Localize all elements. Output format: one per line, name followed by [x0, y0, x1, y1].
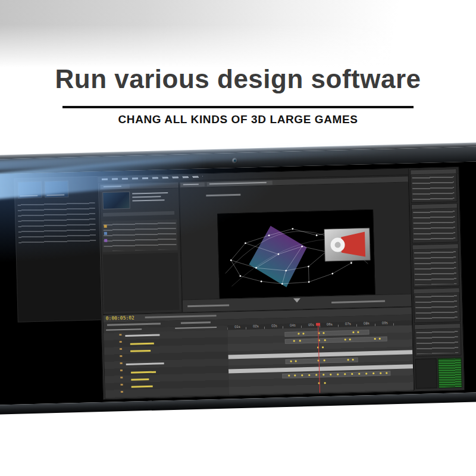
column-header-bar	[106, 328, 142, 331]
playhead[interactable]	[318, 322, 320, 393]
viewer-toolbar-icons-bar	[331, 300, 385, 303]
resolution-arrow-icon	[293, 298, 300, 302]
keyframe-dot	[337, 374, 339, 375]
timeline-layer-columns	[104, 325, 230, 398]
keyframe-dot	[344, 373, 346, 375]
constellation-point	[268, 234, 270, 236]
menu-items	[102, 176, 203, 180]
viewer-toolbar	[183, 293, 411, 312]
tracker-panel	[414, 323, 461, 356]
constellation-point	[245, 242, 246, 244]
keyframe-dot	[324, 359, 325, 361]
timeline-toolbar-icons-bar	[181, 321, 211, 324]
constellation-line	[240, 275, 261, 282]
timeline-tab-bar	[145, 315, 217, 318]
keyframe-dot	[374, 338, 376, 340]
composition-viewer	[179, 176, 412, 312]
project-panel-tabbar	[100, 183, 178, 190]
keyframe-dot	[322, 374, 324, 375]
constellation-line	[282, 282, 309, 284]
constellation-line	[231, 260, 240, 276]
constellation-point	[316, 234, 318, 236]
effects-panel	[411, 203, 459, 243]
layer-name-bar	[126, 362, 164, 365]
timeline-toolbar-icons-bar	[107, 322, 161, 325]
timecode-display: 0:00:05:02	[106, 316, 134, 321]
layer-value-bar	[130, 350, 151, 352]
info-panel	[410, 168, 457, 203]
keyframe-dot	[357, 331, 359, 333]
ruler-label: 03s	[271, 324, 277, 327]
window-thumbnail	[18, 181, 42, 199]
constellation-point	[261, 281, 262, 283]
constellation-point	[255, 267, 257, 269]
constellation-line	[261, 281, 282, 284]
preview-gradient-shape	[248, 225, 308, 289]
panel-header	[415, 324, 460, 330]
keyframe-dot	[347, 359, 349, 361]
project-panel	[99, 182, 183, 315]
footage-icon	[104, 225, 107, 228]
keyframe-dot	[301, 374, 303, 376]
composition-icon	[104, 239, 107, 242]
keyframe-dot	[315, 374, 317, 376]
constellation-line	[336, 231, 360, 241]
layer-duration-bar	[285, 336, 387, 343]
editor-window: 0:00:05:02	[97, 167, 465, 400]
project-tab-label-bar	[104, 186, 121, 187]
align-panel	[414, 287, 461, 323]
timeline-ruler[interactable]: 01s02s03s04s05s06s07s08s09s	[227, 320, 412, 330]
keyframe-dot	[324, 382, 326, 384]
keyframe-dot	[318, 339, 320, 341]
keyframe-dot	[322, 346, 324, 348]
constellation-point	[336, 230, 337, 232]
layer-value-bar	[131, 371, 156, 374]
timeline-toolbar	[104, 314, 412, 329]
layer-value-bar	[131, 386, 153, 388]
playhead-grabber[interactable]	[316, 322, 320, 325]
thumbnail-caption	[46, 195, 64, 196]
constellation-line	[231, 259, 256, 268]
ruler-label: 04s	[290, 323, 296, 327]
layer-value-bar	[131, 378, 149, 381]
constellation-point	[325, 251, 327, 253]
light-flare	[0, 146, 301, 202]
keyframe-dot	[349, 339, 351, 340]
keyframe-dot	[372, 372, 374, 374]
audio-meter	[438, 358, 462, 388]
constellation-line	[350, 240, 361, 263]
constellation-line	[245, 236, 269, 243]
constellation-line	[326, 248, 344, 252]
keyframe-dot	[318, 382, 320, 384]
project-item-rows	[103, 221, 176, 251]
search-field	[103, 211, 174, 217]
constellation-line	[302, 246, 326, 252]
keyframe-dot	[294, 375, 296, 377]
column-header-bar	[175, 327, 217, 329]
window-thumbnail	[45, 180, 69, 198]
viewer-tabbar	[180, 176, 408, 188]
keyframe-dot	[365, 372, 367, 374]
constellation-point	[278, 253, 280, 255]
orbit-arc	[230, 238, 371, 286]
ruler-label: 05s	[308, 323, 314, 327]
keyframe-dot	[352, 331, 354, 333]
subheadline: CHANG ALL KINDS OF 3D LARGE GAMES	[0, 113, 476, 126]
orbit-arc	[224, 230, 368, 274]
viewer-tab	[181, 182, 205, 187]
keyframe-dot	[358, 373, 360, 375]
selected-layer-bar	[228, 364, 413, 373]
panel-rows	[415, 293, 458, 321]
ruler-label: 06s	[327, 322, 333, 326]
footage-meta-line	[132, 196, 161, 198]
preview-canvas	[217, 209, 375, 299]
constellation-line	[282, 271, 287, 284]
keyframe-dot	[299, 340, 301, 342]
footage-meta-line	[132, 192, 168, 195]
preview-svg	[218, 210, 375, 299]
ruler-label: 01s	[234, 325, 240, 328]
panel-header	[413, 244, 458, 250]
constellation-line	[230, 243, 246, 261]
laptop-screen: 0:00:05:02	[0, 161, 476, 405]
keyframe-dot	[324, 339, 326, 341]
